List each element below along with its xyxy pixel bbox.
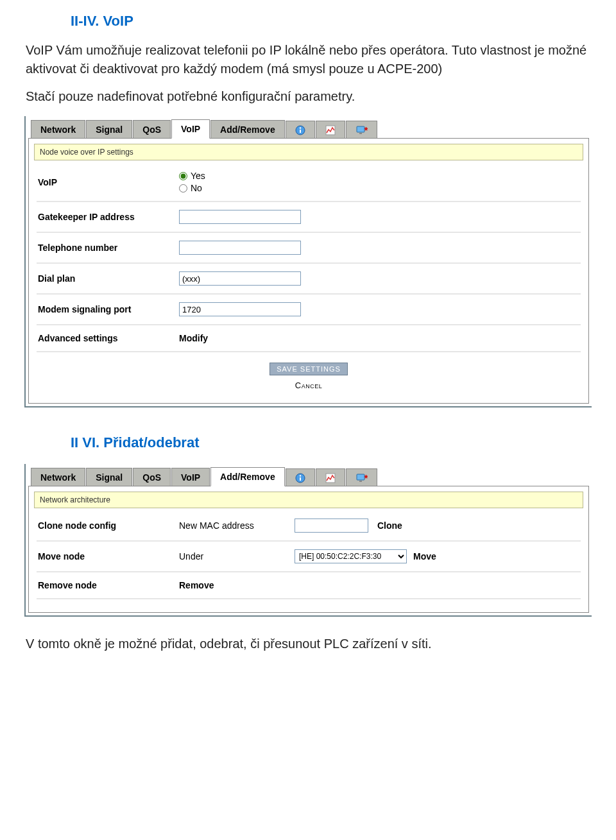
clone-label: Clone node config [38,520,179,531]
voip-label: VoIP [38,177,179,187]
divider [37,232,581,233]
svg-rect-9 [326,474,335,483]
tab-addremove-2[interactable]: Add/Remove [210,467,285,486]
dialplan-label: Dial plan [38,273,179,284]
voip-stac-paragraph: Stačí pouze nadefinovat potřebné konfigu… [0,83,616,111]
radio-voip-yes[interactable] [179,172,187,180]
radio-voip-no[interactable] [179,184,187,193]
cancel-button[interactable]: Cancel [295,381,322,390]
under-label: Under [179,551,295,561]
section-heading-voip: II-IV. VoIP [0,0,616,37]
svg-rect-3 [326,126,335,135]
voip-banner: Node voice over IP settings [34,144,583,160]
tab-signal[interactable]: Signal [86,120,132,139]
label-yes: Yes [191,171,205,181]
svg-point-8 [299,475,300,476]
label-no: No [191,183,202,193]
newmac-label: New MAC address [179,520,295,531]
telephone-input[interactable] [179,241,301,255]
move-label: Move node [38,551,179,561]
addremove-config-panel: Network Signal QoS VoIP Add/Remove * Net… [24,464,592,617]
chart-icon [325,125,336,135]
info-icon [295,473,305,483]
star-icon: * [364,125,368,135]
divider [37,540,581,542]
svg-rect-4 [357,126,364,132]
under-select[interactable]: [HE] 00:50:C2:2C:F3:30 [295,549,407,563]
tab-chart-2[interactable] [316,468,345,486]
addremove-panel-body: Network architecture Clone node config N… [28,486,589,613]
save-settings-button[interactable]: SAVE SETTINGS [270,363,348,375]
divider [37,201,581,202]
svg-rect-11 [359,481,362,482]
star-icon: * [364,473,368,483]
svg-rect-7 [300,477,301,481]
divider [37,571,581,572]
svg-rect-1 [300,130,301,133]
voip-yes-row[interactable]: Yes [179,171,205,181]
tab-addremove[interactable]: Add/Remove [210,120,285,139]
dialplan-input[interactable] [179,271,301,286]
addremove-banner: Network architecture [34,492,583,508]
info-icon [295,125,305,135]
tab-info[interactable] [286,121,315,139]
remove-action[interactable]: Remove [179,580,214,590]
voip-no-row[interactable]: No [179,183,205,193]
divider [37,598,581,599]
tab-info-2[interactable] [286,468,315,486]
tab-voip[interactable]: VoIP [171,119,210,139]
svg-rect-5 [359,133,362,134]
divider [37,293,581,295]
tab-network-2[interactable]: Network [31,468,85,486]
modify-link[interactable]: Modify [179,333,208,343]
addremove-tabbar: Network Signal QoS VoIP Add/Remove * [28,467,589,486]
divider [37,262,581,264]
modemport-input[interactable] [179,302,301,316]
gatekeeper-input[interactable] [179,210,301,224]
section-heading-addremove: II VI. Přidat/odebrat [0,422,616,459]
voip-radio-group: Yes No [179,171,205,193]
divider [37,351,581,352]
voip-panel-body: Node voice over IP settings VoIP Yes No … [28,138,589,404]
advanced-label: Advanced settings [38,333,179,343]
addremove-description: V tomto okně je možné přidat, odebrat, č… [0,631,616,658]
tab-monitor-star[interactable]: * [346,121,377,139]
voip-tabbar: Network Signal QoS VoIP Add/Remove * [28,119,589,138]
tab-signal-2[interactable]: Signal [86,468,132,486]
voip-intro-paragraph: VoIP Vám umožňuje realizovat telefonii p… [0,37,616,83]
tab-network[interactable]: Network [31,120,85,139]
voip-config-panel: Network Signal QoS VoIP Add/Remove * Nod… [24,116,592,407]
newmac-input[interactable] [295,519,368,533]
tab-monitor-star-2[interactable]: * [346,468,377,486]
clone-action[interactable]: Clone [377,520,402,531]
svg-point-2 [299,127,300,128]
svg-rect-10 [357,474,364,480]
chart-icon [325,473,336,483]
move-action[interactable]: Move [413,551,436,561]
telephone-label: Telephone number [38,243,179,253]
tab-qos-2[interactable]: QoS [133,468,171,486]
tab-qos[interactable]: QoS [133,120,171,139]
tab-voip-2[interactable]: VoIP [171,468,210,486]
divider [37,324,581,325]
gatekeeper-label: Gatekeeper IP address [38,212,179,222]
modemport-label: Modem signaling port [38,304,179,314]
remove-label: Remove node [38,580,179,590]
tab-chart[interactable] [316,121,345,139]
